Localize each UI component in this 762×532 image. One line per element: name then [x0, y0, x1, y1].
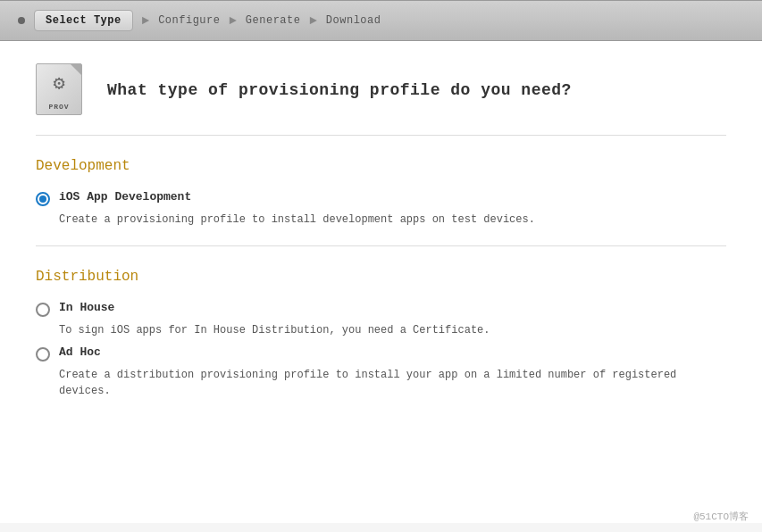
wizard-step-select-label: Select Type: [46, 14, 121, 27]
main-content: ⚙ PROV What type of provisioning profile…: [0, 41, 762, 523]
in-house-option[interactable]: In House To sign iOS apps for In House D…: [36, 301, 726, 338]
distribution-section-title: Distribution: [36, 269, 726, 285]
watermark: @51CTO博客: [693, 510, 749, 523]
ad-hoc-description: Create a distribution provisioning profi…: [59, 367, 726, 399]
prov-icon: ⚙ PROV: [36, 63, 89, 117]
ad-hoc-radio[interactable]: [36, 347, 50, 362]
ios-app-development-radio-row[interactable]: iOS App Development: [36, 190, 726, 206]
ios-app-development-description: Create a provisioning profile to install…: [59, 212, 726, 228]
in-house-radio-row[interactable]: In House: [36, 301, 726, 317]
ad-hoc-radio-row[interactable]: Ad Hoc: [36, 345, 726, 362]
wizard-dot: [18, 17, 25, 24]
wizard-arrow-3: ►: [309, 13, 316, 28]
wizard-bar: Select Type ► Configure ► Generate ► Dow…: [0, 0, 762, 41]
header-section: ⚙ PROV What type of provisioning profile…: [36, 41, 726, 136]
ios-app-development-option[interactable]: iOS App Development Create a provisionin…: [36, 190, 726, 228]
prov-icon-label: PROV: [37, 103, 81, 111]
wizard-step-configure-label[interactable]: Configure: [158, 14, 220, 27]
wizard-step-generate-label[interactable]: Generate: [246, 14, 301, 27]
distribution-section: Distribution In House To sign iOS apps f…: [36, 269, 726, 399]
wizard-arrow-2: ►: [229, 13, 236, 28]
wizard-step-download-label[interactable]: Download: [326, 14, 381, 27]
in-house-description: To sign iOS apps for In House Distributi…: [59, 322, 726, 338]
ad-hoc-label: Ad Hoc: [59, 345, 101, 359]
page-wrapper: Select Type ► Configure ► Generate ► Dow…: [0, 0, 762, 532]
development-section-title: Development: [36, 158, 726, 174]
gear-icon: ⚙: [53, 71, 64, 96]
wizard-arrow-1: ►: [142, 13, 149, 28]
page-title: What type of provisioning profile do you…: [107, 81, 572, 99]
in-house-radio[interactable]: [36, 303, 50, 317]
wizard-step-select[interactable]: Select Type: [34, 10, 133, 31]
section-divider: [36, 245, 726, 246]
in-house-label: In House: [59, 301, 114, 314]
prov-icon-corner: [71, 64, 81, 75]
ad-hoc-option[interactable]: Ad Hoc Create a distribution provisionin…: [36, 345, 726, 399]
ios-app-development-label: iOS App Development: [59, 190, 191, 204]
prov-icon-inner: ⚙ PROV: [36, 63, 82, 115]
development-section: Development iOS App Development Create a…: [36, 158, 726, 228]
ios-app-development-radio[interactable]: [36, 192, 50, 206]
